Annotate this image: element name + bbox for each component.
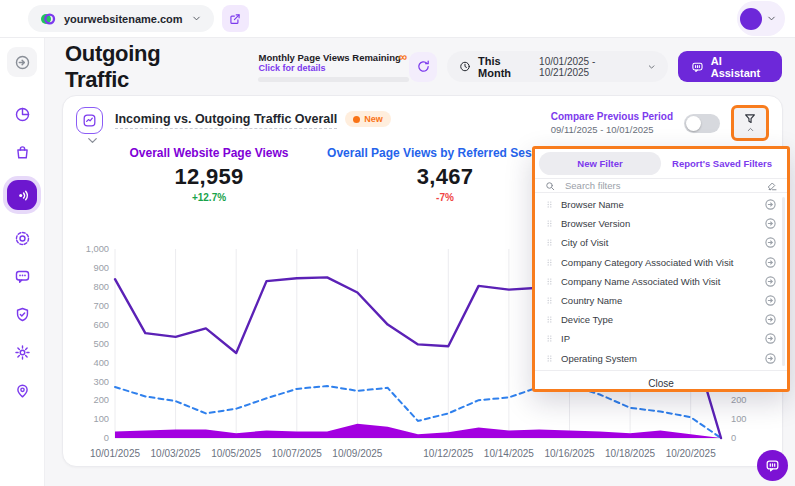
clock-icon [459,60,471,73]
add-filter-arrow-icon[interactable] [764,332,777,345]
filter-item[interactable]: City of Visit [535,233,787,252]
filter-item-label: Company Category Associated With Visit [561,257,757,268]
card-chart-icon-button[interactable] [76,107,103,134]
sidebar [0,38,45,486]
sidebar-item-location[interactable] [7,375,37,405]
page-title: Outgoing Traffic [65,41,220,93]
svg-text:10/14/2025: 10/14/2025 [484,448,534,459]
chat-bubble-icon [765,458,780,473]
stat-delta: +12.7% [91,192,327,203]
quota-details-link[interactable]: Click for details [258,63,409,73]
stats-row: Overall Website Page Views 12,959 +12.7%… [91,146,563,203]
compare-toggle[interactable] [684,114,720,133]
filter-button[interactable] [731,105,769,141]
sidebar-item-security[interactable] [7,299,37,329]
svg-text:100: 100 [731,414,747,424]
quota-label: Monthly Page Views Remaining [258,52,409,63]
svg-text:10/20/2025: 10/20/2025 [666,448,716,459]
drag-handle-icon[interactable] [545,218,554,229]
filter-item[interactable]: Browser Version [535,214,787,233]
ai-assistant-button[interactable]: AI Assistant [678,51,782,82]
page-header: Outgoing Traffic Monthly Page Views Rema… [45,38,795,95]
svg-text:10/16/2025: 10/16/2025 [544,448,594,459]
sidebar-item-messages[interactable] [7,261,37,291]
collapse-icon [14,54,31,71]
filter-item-label: Browser Version [561,218,757,229]
tab-saved-filters[interactable]: Report's Saved Filters [661,152,783,175]
add-filter-arrow-icon[interactable] [764,352,777,365]
add-filter-arrow-icon[interactable] [764,217,777,230]
filter-popover: New Filter Report's Saved Filters Browse… [532,146,790,392]
header-actions: This Month 10/01/2025 - 10/21/2025 AI As… [409,51,782,82]
drag-handle-icon[interactable] [545,333,554,344]
drag-handle-icon[interactable] [545,199,554,210]
scrollbar[interactable] [782,197,785,366]
svg-text:200: 200 [93,395,109,405]
eraser-icon[interactable] [766,180,778,192]
drag-handle-icon[interactable] [545,353,554,364]
drag-handle-icon[interactable] [545,257,554,268]
add-filter-arrow-icon[interactable] [764,236,777,249]
support-chat-button[interactable] [757,450,788,481]
filter-item-label: IP [561,333,757,344]
svg-text:800: 800 [93,282,109,292]
stat-label: Overall Page Views by Referred Sessions [327,146,563,160]
add-filter-arrow-icon[interactable] [764,275,777,288]
filter-item-label: Company Name Associated With Visit [561,276,757,287]
filter-item[interactable]: Device Type [535,310,787,329]
toggle-knob [686,116,701,131]
add-filter-arrow-icon[interactable] [764,294,777,307]
compare-range: 09/11/2025 - 10/01/2025 [551,124,673,135]
account-menu[interactable] [737,1,785,36]
svg-text:10/05/2025: 10/05/2025 [211,448,261,459]
broadcast-icon [14,187,31,204]
sidebar-item-analytics[interactable] [7,99,37,129]
filter-item[interactable]: Country Name [535,291,787,310]
shield-check-icon [14,306,31,323]
card-title: Incoming vs. Outgoing Traffic Overall [115,112,337,129]
filter-item[interactable]: Company Category Associated With Visit [535,253,787,272]
filter-item-label: Operating System [561,353,757,364]
sidebar-item-outgoing-traffic[interactable] [7,180,37,210]
add-filter-arrow-icon[interactable] [764,313,777,326]
refresh-icon [416,59,431,74]
chevron-down-icon [766,13,777,24]
share-button[interactable] [222,5,249,32]
avatar [740,8,762,30]
svg-text:10/03/2025: 10/03/2025 [151,448,201,459]
date-range-selector[interactable]: This Month 10/01/2025 - 10/21/2025 [447,51,668,82]
bag-icon [14,144,31,161]
sidebar-item-audience[interactable] [7,223,37,253]
filter-search-input[interactable] [563,179,759,192]
close-button[interactable]: Close [535,370,787,396]
compare-label: Compare Previous Period [551,111,673,122]
filter-item[interactable]: Browser Name [535,195,787,214]
filter-item-label: Browser Name [561,199,757,210]
refresh-button[interactable] [409,52,437,82]
svg-text:400: 400 [93,358,109,368]
site-selector[interactable]: yourwebsitename.com [28,5,214,32]
site-favicon-icon [40,11,56,27]
filter-item[interactable]: IP [535,329,787,348]
chevron-up-icon [746,125,755,134]
tab-new-filter[interactable]: New Filter [539,152,661,175]
sidebar-item-collapse[interactable] [7,47,37,77]
chevron-down-icon [647,62,656,72]
svg-text:10/09/2025: 10/09/2025 [332,448,382,459]
add-filter-arrow-icon[interactable] [764,198,777,211]
quota-widget: Monthly Page Views Remaining Click for d… [258,52,409,82]
drag-handle-icon[interactable] [545,295,554,306]
drag-handle-icon[interactable] [545,237,554,248]
drag-handle-icon[interactable] [545,276,554,287]
sidebar-item-store[interactable] [7,137,37,167]
filter-item[interactable]: Company Name Associated With Visit [535,272,787,291]
stat-page-views: Overall Website Page Views 12,959 +12.7% [91,146,327,203]
add-filter-arrow-icon[interactable] [764,256,777,269]
drag-handle-icon[interactable] [545,314,554,325]
svg-text:100: 100 [93,414,109,424]
quota-progress-bar [258,77,409,82]
stat-referred-sessions: Overall Page Views by Referred Sessions … [327,146,563,203]
filter-tabs: New Filter Report's Saved Filters [535,149,787,179]
sidebar-item-settings[interactable] [7,337,37,367]
filter-item[interactable]: Operating System [535,349,787,368]
